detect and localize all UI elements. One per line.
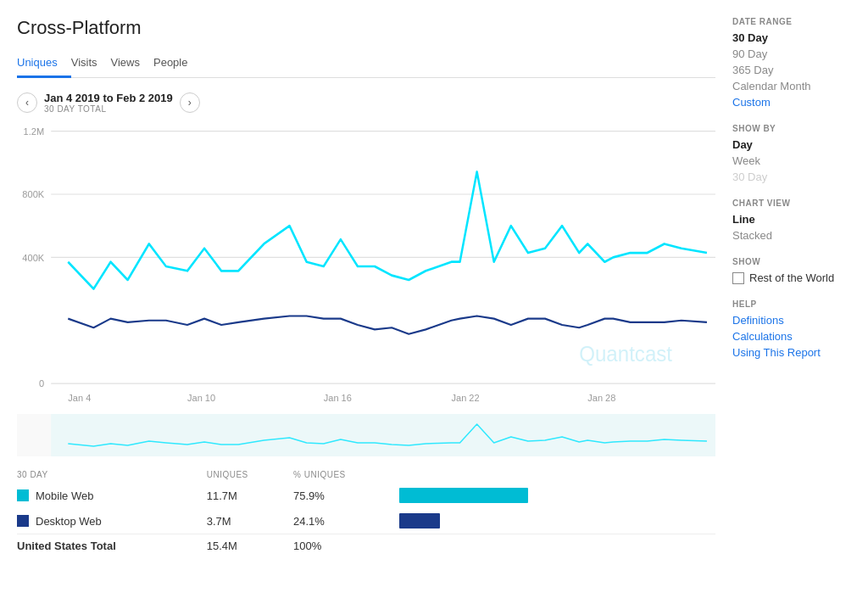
svg-rect-14 — [51, 414, 715, 456]
legend-table: 30 DAY UNIQUES % UNIQUES Mobile Web 11.7… — [17, 467, 715, 557]
date-navigator: ‹ Jan 4 2019 to Feb 2 2019 30 DAY TOTAL … — [17, 92, 715, 114]
sidebar-definitions[interactable]: Definitions — [732, 314, 868, 327]
sidebar-show-30day[interactable]: 30 Day — [732, 171, 868, 183]
sidebar-help: HELP Definitions Calculations Using This… — [732, 299, 868, 359]
col-header-uniques: UNIQUES — [207, 467, 293, 483]
sidebar-show-day[interactable]: Day — [732, 138, 868, 151]
date-next-button[interactable]: › — [180, 92, 200, 113]
rest-of-world-label: Rest of the World — [749, 271, 834, 284]
sidebar-90day[interactable]: 90 Day — [732, 48, 868, 60]
sidebar-show-by-title: SHOW BY — [732, 124, 868, 133]
sidebar-help-title: HELP — [732, 299, 868, 309]
tab-visits[interactable]: Visits — [71, 49, 111, 78]
total-pct: 100% — [293, 534, 399, 558]
table-row: Desktop Web 3.7M 24.1% — [17, 508, 715, 534]
sidebar-using-report[interactable]: Using This Report — [732, 346, 868, 359]
tab-people[interactable]: People — [153, 49, 201, 78]
sidebar-chart-view-title: CHART VIEW — [732, 199, 868, 208]
date-range-text: Jan 4 2019 to Feb 2 2019 — [44, 92, 173, 104]
mobile-web-label: Mobile Web — [17, 489, 200, 502]
mobile-web-color — [17, 489, 29, 501]
total-uniques: 15.4M — [207, 534, 293, 558]
mini-chart — [17, 414, 715, 456]
sidebar-custom[interactable]: Custom — [732, 96, 868, 109]
sidebar-view-line[interactable]: Line — [732, 213, 868, 226]
main-chart: 1.2M 800K 400K 0 Jan 4 Jan 10 Jan 16 Jan… — [17, 122, 715, 411]
desktop-web-bar — [399, 513, 569, 528]
sidebar-30day[interactable]: 30 Day — [732, 31, 868, 44]
sidebar-view-stacked[interactable]: Stacked — [732, 229, 868, 242]
svg-text:Quantcast: Quantcast — [579, 342, 672, 366]
total-label: United States Total — [17, 534, 207, 558]
sidebar-365day[interactable]: 365 Day — [732, 64, 868, 76]
desktop-web-label: Desktop Web — [17, 515, 200, 528]
svg-text:1.2M: 1.2M — [24, 126, 45, 137]
table-row: Mobile Web 11.7M 75.9% — [17, 483, 715, 508]
sidebar-show-title: SHOW — [732, 257, 868, 266]
svg-text:Jan 10: Jan 10 — [187, 393, 215, 403]
date-prev-button[interactable]: ‹ — [17, 92, 37, 113]
col-header-pct: % UNIQUES — [293, 467, 399, 483]
sidebar-calculations[interactable]: Calculations — [732, 330, 868, 343]
svg-text:Jan 16: Jan 16 — [324, 393, 352, 403]
sidebar-show-by: SHOW BY Day Week 30 Day — [732, 124, 868, 183]
sidebar: DATE RANGE 30 Day 90 Day 365 Day Calenda… — [732, 17, 868, 557]
mobile-web-bar — [399, 488, 569, 503]
rest-of-world-checkbox[interactable] — [732, 272, 744, 284]
col-header-bar — [399, 467, 715, 483]
total-row: United States Total 15.4M 100% — [17, 534, 715, 558]
date-sub-text: 30 DAY TOTAL — [44, 104, 173, 114]
desktop-web-color — [17, 515, 29, 527]
svg-text:400K: 400K — [22, 252, 44, 262]
desktop-web-pct: 24.1% — [293, 508, 399, 534]
tab-views[interactable]: Views — [111, 49, 153, 78]
chart-svg: 1.2M 800K 400K 0 Jan 4 Jan 10 Jan 16 Jan… — [17, 122, 715, 411]
mobile-web-uniques: 11.7M — [207, 483, 293, 508]
svg-text:Jan 28: Jan 28 — [587, 393, 615, 403]
svg-text:0: 0 — [39, 378, 44, 389]
svg-text:Jan 4: Jan 4 — [68, 393, 91, 403]
sidebar-date-range-title: DATE RANGE — [732, 17, 868, 26]
desktop-web-uniques: 3.7M — [207, 508, 293, 534]
sidebar-show: SHOW Rest of the World — [732, 257, 868, 284]
sidebar-chart-view: CHART VIEW Line Stacked — [732, 199, 868, 242]
tabs-bar: Uniques Visits Views People — [17, 49, 715, 78]
sidebar-date-range: DATE RANGE 30 Day 90 Day 365 Day Calenda… — [732, 17, 868, 109]
svg-text:800K: 800K — [22, 189, 44, 199]
col-header-label: 30 DAY — [17, 467, 207, 483]
tab-uniques[interactable]: Uniques — [17, 49, 71, 78]
sidebar-show-week[interactable]: Week — [732, 154, 868, 167]
mobile-web-pct: 75.9% — [293, 483, 399, 508]
rest-of-world-row: Rest of the World — [732, 271, 868, 284]
page-title: Cross-Platform — [17, 17, 715, 39]
sidebar-calendar-month[interactable]: Calendar Month — [732, 80, 868, 92]
svg-text:Jan 22: Jan 22 — [451, 393, 479, 403]
